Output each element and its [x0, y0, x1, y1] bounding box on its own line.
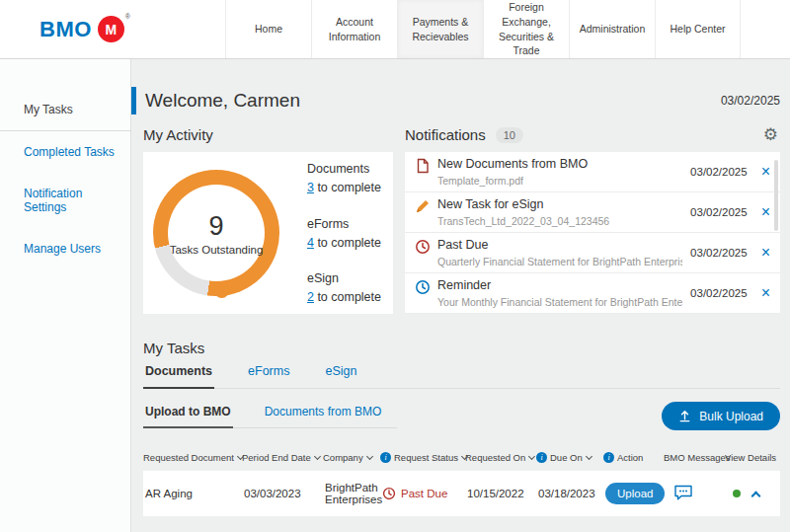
close-icon[interactable]: ×	[761, 204, 770, 220]
column-requested-on[interactable]: Requested On	[465, 452, 536, 463]
eforms-to-complete-link[interactable]: 4	[307, 236, 314, 250]
donut-marker-dot	[214, 283, 229, 298]
current-date: 03/02/2025	[721, 94, 780, 108]
upload-arrow-icon	[678, 410, 691, 422]
column-action: iAction	[603, 452, 664, 463]
tasks-tabs: Documents eForms eSign	[143, 364, 780, 389]
cell-request-status: Past Due	[380, 481, 465, 506]
nav-item-payments-recievables[interactable]: Payments & Recievables	[397, 0, 483, 58]
column-company[interactable]: Company	[323, 452, 380, 463]
donut-center: 9 Tasks Outstanding	[168, 185, 265, 281]
bulk-upload-button[interactable]: Bulk Upload	[662, 402, 780, 430]
message-bubble-icon[interactable]	[673, 484, 694, 503]
close-icon[interactable]: ×	[761, 164, 770, 180]
bmo-roundel-icon: M	[98, 16, 124, 42]
esign-pen-icon	[415, 198, 431, 214]
my-tasks-section: My Tasks Documents eForms eSign Upload t…	[143, 340, 780, 516]
close-icon[interactable]: ×	[761, 285, 770, 301]
sidebar-item-notification-settings[interactable]: Notification Settings	[0, 173, 130, 228]
my-activity-card: 9 Tasks Outstanding Documents 3 to compl…	[143, 152, 393, 314]
notification-item: Past Due Quarterly Financial Statement f…	[405, 233, 780, 273]
nav-item-foreign-exchange[interactable]: Foreign Exchange, Securities & Trade	[483, 0, 569, 58]
gear-icon[interactable]: ⚙	[763, 126, 778, 143]
nav-item-account-information[interactable]: Account Information	[311, 0, 397, 58]
notification-item: New Documents from BMO Template_form.pdf…	[405, 152, 780, 192]
legend-item-documents: Documents 3 to complete	[307, 162, 381, 194]
my-tasks-title: My Tasks	[143, 340, 780, 356]
column-request-status[interactable]: iRequest Status	[380, 452, 465, 463]
activity-legend: Documents 3 to complete eForms 4 to comp…	[307, 160, 381, 306]
legend-item-esign: eSign 2 to complete	[307, 271, 381, 304]
sidebar-item-completed-tasks[interactable]: Completed Tasks	[0, 131, 130, 173]
tab-eforms[interactable]: eForms	[246, 364, 291, 388]
subtab-documents-from-bmo[interactable]: Documents from BMO	[263, 405, 384, 427]
main-content: Welcome, Carmen 03/02/2025 My Activity 9…	[131, 59, 790, 532]
documents-subtabs: Upload to BMO Documents from BMO	[143, 405, 397, 428]
cell-company: BrightPath Enterprises	[323, 476, 380, 511]
notifications-header: Notifications 10 ⚙	[405, 126, 780, 143]
tasks-outstanding-label: Tasks Outstanding	[170, 244, 264, 256]
info-icon[interactable]: i	[536, 452, 547, 463]
document-icon	[415, 158, 431, 174]
nav-item-administration[interactable]: Administration	[569, 0, 655, 58]
notifications-list: New Documents from BMO Template_form.pdf…	[405, 152, 780, 314]
column-view-details: View Details	[725, 452, 780, 463]
cell-period-end-date: 03/03/2023	[242, 482, 323, 505]
tasks-table-header: Requested Document Period End Date Compa…	[143, 444, 780, 471]
bmo-logo: BMO M ®	[0, 0, 225, 58]
notifications-scrollbar[interactable]	[774, 160, 778, 231]
esign-to-complete-link[interactable]: 2	[307, 290, 314, 304]
notifications-section: Notifications 10 ⚙ New Documents from BM…	[405, 126, 780, 314]
table-row: AR Aging 03/03/2023 BrightPath Enterpris…	[143, 471, 780, 516]
nav-item-help-center[interactable]: Help Center	[655, 0, 741, 58]
past-due-clock-icon	[415, 239, 431, 255]
top-nav-bar: BMO M ® Home Account Information Payment…	[0, 0, 790, 59]
column-period-end-date[interactable]: Period End Date	[242, 452, 323, 463]
cell-due-on: 03/18/2023	[536, 482, 603, 505]
column-bmo-messages: BMO Messages	[664, 452, 725, 463]
notifications-count-badge: 10	[496, 127, 523, 143]
legend-item-eforms: eForms 4 to complete	[307, 217, 381, 250]
notification-item: Reminder Your Monthly Financial Statemen…	[405, 273, 780, 314]
cell-requested-document: AR Aging	[143, 482, 242, 505]
cell-action: Upload	[603, 477, 664, 510]
tab-documents[interactable]: Documents	[143, 364, 214, 389]
my-activity-title: My Activity	[143, 126, 393, 143]
past-due-clock-icon	[382, 487, 396, 500]
sort-caret-icon[interactable]	[366, 452, 373, 459]
column-due-on[interactable]: iDue On	[536, 452, 603, 463]
info-icon[interactable]: i	[380, 452, 391, 463]
main-nav: Home Account Information Payments & Reci…	[225, 0, 741, 58]
sort-caret-icon[interactable]	[586, 452, 592, 459]
upload-button[interactable]: Upload	[605, 483, 665, 504]
info-icon[interactable]: i	[603, 452, 614, 463]
bmo-logo-text: BMO	[40, 17, 92, 42]
chevron-up-icon[interactable]	[751, 491, 761, 500]
tasks-outstanding-count: 9	[208, 211, 223, 242]
column-requested-document[interactable]: Requested Document	[143, 452, 242, 463]
cell-requested-on: 10/15/2022	[465, 482, 536, 505]
status-dot-icon	[733, 490, 741, 497]
sort-caret-icon[interactable]	[314, 452, 321, 459]
documents-to-complete-link[interactable]: 3	[307, 181, 314, 194]
sidebar-item-manage-users[interactable]: Manage Users	[0, 228, 130, 269]
sidebar: My Tasks Completed Tasks Notification Se…	[0, 59, 131, 532]
notification-item: New Task for eSign TransTech_Ltd_2022_03…	[405, 192, 780, 233]
sort-caret-icon[interactable]	[528, 452, 535, 459]
cell-view-details	[725, 483, 780, 505]
reminder-clock-icon	[415, 279, 431, 295]
tasks-donut-chart: 9 Tasks Outstanding	[153, 170, 279, 296]
nav-item-home[interactable]: Home	[225, 0, 311, 58]
my-activity-section: My Activity 9 Tasks Outstanding Document…	[143, 126, 393, 314]
page-title: Welcome, Carmen	[145, 90, 300, 112]
tab-esign[interactable]: eSign	[323, 364, 358, 388]
welcome-header: Welcome, Carmen 03/02/2025	[131, 87, 780, 114]
notifications-title: Notifications	[405, 126, 486, 143]
cell-bmo-messages	[664, 478, 725, 509]
close-icon[interactable]: ×	[761, 245, 770, 261]
registered-mark: ®	[125, 13, 130, 20]
subtab-upload-to-bmo[interactable]: Upload to BMO	[143, 405, 233, 428]
sidebar-item-my-tasks[interactable]: My Tasks	[0, 89, 130, 131]
